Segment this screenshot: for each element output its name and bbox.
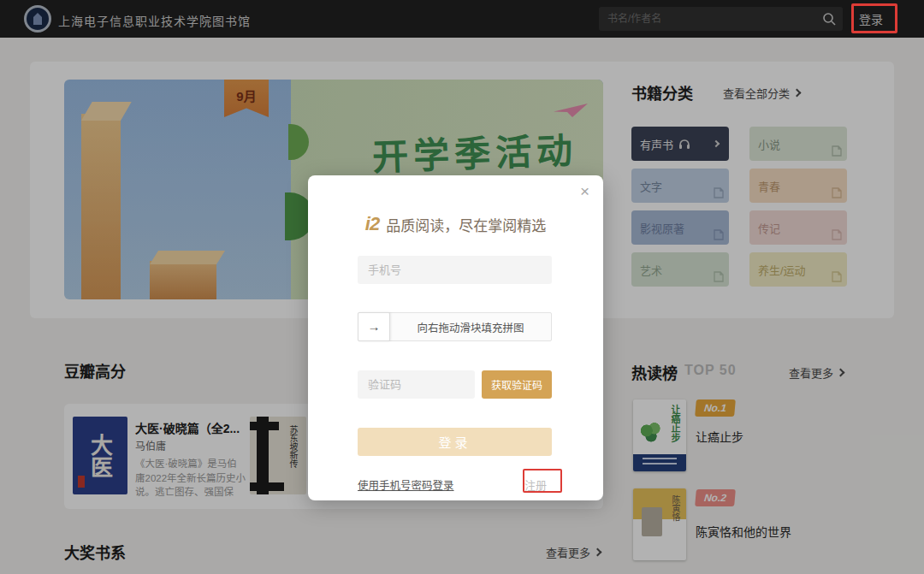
modal-tagline: 品质阅读，尽在掌阅精选 bbox=[386, 214, 546, 235]
slider-handle[interactable]: → bbox=[358, 312, 390, 341]
captcha-slider: → 向右拖动滑块填充拼图 bbox=[358, 312, 552, 341]
slider-instruction: 向右拖动滑块填充拼图 bbox=[390, 319, 551, 335]
modal-login-button[interactable]: 登录 bbox=[358, 428, 552, 456]
register-link[interactable]: 注册 bbox=[524, 476, 547, 493]
login-modal: × i2 品质阅读，尽在掌阅精选 → 向右拖动滑块填充拼图 获取验证码 登录 使… bbox=[308, 175, 603, 500]
ireader-logo: i2 bbox=[365, 213, 379, 235]
close-icon[interactable]: × bbox=[580, 182, 589, 201]
phone-input[interactable] bbox=[358, 256, 552, 284]
arrow-right-icon: → bbox=[368, 319, 381, 334]
password-login-link[interactable]: 使用手机号密码登录 bbox=[358, 476, 454, 493]
page: 上海电子信息职业技术学院图书馆 登录 开学季活动 9月 书籍分类 查 bbox=[0, 0, 924, 574]
get-code-button[interactable]: 获取验证码 bbox=[482, 370, 552, 399]
verification-code-input[interactable] bbox=[358, 370, 475, 399]
